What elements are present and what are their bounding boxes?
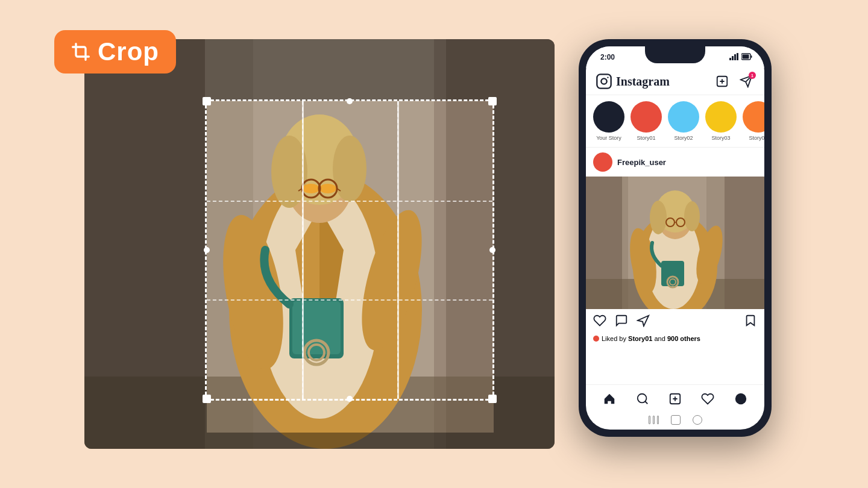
instagram-header: Instagram (586, 68, 764, 95)
story-item-2[interactable]: Story03 (705, 101, 737, 141)
svg-point-41 (607, 77, 608, 78)
create-nav-button[interactable] (668, 392, 682, 409)
liked-by-text: Liked by Story01 and 900 others (602, 335, 700, 342)
add-post-button[interactable] (714, 73, 731, 90)
signal-icon (729, 53, 739, 61)
feed-username: Freepik_user (617, 158, 666, 167)
main-container: Crop (42, 24, 826, 464)
crop-mask-right (494, 39, 555, 449)
feed-likes: Liked by Story01 and 900 others (586, 335, 764, 345)
search-nav-button[interactable] (636, 392, 649, 409)
story-label-3: Story04 (749, 135, 764, 141)
svg-point-58 (650, 201, 667, 234)
svg-rect-39 (597, 74, 611, 88)
story-item-your[interactable]: Your Story (593, 101, 624, 141)
instagram-header-icons[interactable]: 1 (714, 73, 755, 90)
home-ind-bar2 (653, 416, 655, 424)
like-button[interactable] (593, 314, 606, 330)
crop-badge[interactable]: Crop (54, 30, 176, 74)
crop-mask-left (84, 39, 207, 449)
crop-handle-top[interactable] (347, 98, 353, 104)
crop-overlay[interactable] (205, 99, 494, 401)
comment-button[interactable] (615, 314, 628, 330)
svg-point-74 (735, 393, 746, 404)
story-item-1[interactable]: Story02 (668, 101, 699, 141)
story-item-3[interactable]: Story04 (743, 101, 764, 141)
share-button[interactable] (637, 314, 650, 330)
bottom-nav (586, 384, 764, 430)
svg-rect-34 (734, 54, 736, 60)
status-time: 2:00 (600, 53, 615, 61)
story-circle-your (593, 101, 624, 133)
story-label-2: Story03 (711, 135, 730, 141)
profile-nav-button[interactable] (734, 392, 747, 409)
crop-handle-tl[interactable] (203, 97, 211, 105)
svg-rect-33 (732, 56, 734, 60)
instagram-wordmark: Instagram (616, 75, 670, 89)
bookmark-button[interactable] (744, 314, 757, 330)
svg-rect-38 (743, 55, 749, 59)
crop-handle-bl[interactable] (203, 395, 211, 403)
crop-handle-tr[interactable] (488, 97, 497, 105)
story-circle-0 (631, 101, 662, 133)
svg-line-70 (645, 401, 647, 404)
phone-container: 2:00 (579, 39, 784, 449)
story-label-0: Story01 (637, 135, 655, 141)
story-circle-1 (668, 101, 699, 133)
feed-left-actions[interactable] (593, 314, 650, 330)
story-label-your: Your Story (596, 135, 621, 141)
feed-actions (586, 309, 764, 335)
home-nav-button[interactable] (603, 392, 616, 409)
phone-body: 2:00 (579, 39, 772, 437)
home-ind-bar (649, 416, 650, 424)
crop-handle-bottom[interactable] (347, 396, 353, 402)
svg-marker-68 (638, 316, 649, 326)
likes-dot (593, 336, 599, 342)
home-ind-square (671, 415, 681, 425)
crop-handle-right[interactable] (489, 247, 495, 253)
photo-area (84, 39, 555, 449)
battery-icon (741, 53, 752, 61)
svg-point-40 (601, 78, 606, 84)
crop-mask-top (207, 39, 494, 101)
home-ind-lines (649, 415, 659, 425)
status-icons (729, 53, 752, 61)
svg-rect-35 (737, 53, 738, 60)
story-label-1: Story02 (674, 135, 693, 141)
phone-notch (645, 46, 705, 63)
home-ind-circle (693, 415, 702, 425)
crop-hline-2 (207, 299, 492, 301)
svg-rect-65 (661, 261, 684, 286)
heart-nav-button[interactable] (701, 392, 714, 409)
bottom-nav-icons[interactable] (586, 390, 764, 411)
crop-handle-br[interactable] (488, 395, 497, 403)
crop-grid (207, 101, 492, 399)
stories-row: Your Story Story01 Story02 Story03 (586, 95, 764, 148)
home-indicator (586, 411, 764, 426)
feed-avatar (593, 152, 612, 172)
crop-label: Crop (98, 37, 159, 66)
instagram-logo: Instagram (596, 73, 670, 90)
svg-point-69 (637, 394, 646, 403)
story-circle-2 (705, 101, 737, 133)
svg-rect-32 (729, 58, 731, 60)
feed-image-svg (586, 177, 764, 309)
crop-icon (71, 42, 90, 61)
phone-screen: 2:00 (586, 46, 764, 430)
crop-hline-1 (207, 201, 492, 202)
notification-badge: 1 (749, 72, 756, 79)
crop-mask-bottom (207, 433, 494, 449)
feed-image (586, 177, 764, 309)
home-ind-bar3 (657, 416, 659, 424)
instagram-logo-icon (596, 73, 612, 90)
svg-rect-37 (751, 55, 752, 58)
story-item-0[interactable]: Story01 (631, 101, 662, 141)
svg-point-59 (684, 201, 700, 231)
crop-handle-left[interactable] (204, 247, 210, 253)
send-message-button[interactable]: 1 (738, 73, 755, 90)
feed-user-row: Freepik_user (586, 148, 764, 177)
story-circle-3 (743, 101, 764, 133)
